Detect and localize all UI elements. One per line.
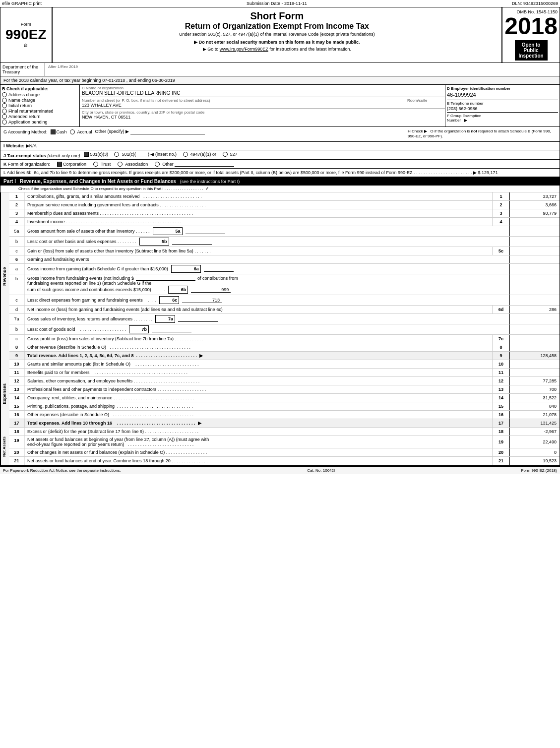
row-12-linenum: 12 xyxy=(493,377,510,385)
row-7b-desc: Less: cost of goods sold . . . . . . . .… xyxy=(24,324,493,334)
open-to-public: Open to Public Inspection xyxy=(515,40,548,61)
row-3-value: 90,779 xyxy=(510,209,560,217)
row-7a-desc: Gross sales of inventory, less returns a… xyxy=(24,314,493,324)
check-address-change[interactable]: Address charge xyxy=(2,92,78,97)
row-5c: c Gain or (loss) from sale of assets oth… xyxy=(9,247,560,255)
501c-label: 501(c)( xyxy=(122,152,136,157)
row-10-num: 10 xyxy=(9,360,24,368)
form-org-row: K Form of organization: Corporation Trus… xyxy=(0,160,560,169)
row-4-num: 4 xyxy=(9,218,24,226)
row-17-desc: Total expenses. Add lines 10 through 16 … xyxy=(24,419,493,427)
subtitle: Under section 501(c), 527, or 4947(a)(1)… xyxy=(58,32,497,37)
row-9-desc: Total revenue. Add lines 1, 2, 3, 4, 5c,… xyxy=(24,352,493,360)
assoc-option[interactable]: Association xyxy=(118,162,148,167)
name-change-label: Name charge xyxy=(8,98,35,103)
trust-circle xyxy=(93,162,98,167)
row-10-value xyxy=(510,360,560,368)
group-ex-label: F Group ExemptionNumber ▶ xyxy=(447,114,558,123)
row-20-num: 20 xyxy=(9,448,24,456)
row-4: 4 Investment income . . . . . . . . . . … xyxy=(9,218,560,226)
row-19-desc: Net assets or fund balances at beginning… xyxy=(24,436,493,448)
row-16-desc: Other expenses (describe in Schedule O) … xyxy=(24,411,493,419)
address-change-circle xyxy=(2,92,7,97)
row-21-value: 19,523 xyxy=(510,457,560,465)
row-4-desc: Investment income . . . . . . . . . . . … xyxy=(24,218,493,226)
efile-label: efile GRAPHIC print xyxy=(2,1,42,6)
row-6b-alpha: b xyxy=(9,274,24,295)
row-6d-value: 286 xyxy=(510,306,560,313)
row-19-linenum: 19 xyxy=(493,436,510,448)
form-org-label: K Form of organization: xyxy=(3,162,50,167)
row-12-value: 77,285 xyxy=(510,377,560,385)
row-7b: b Less: cost of goods sold . . . . . . .… xyxy=(9,324,560,335)
trust-option[interactable]: Trust xyxy=(93,162,111,167)
check-app-pending[interactable]: Application pending xyxy=(2,120,78,125)
notice2: ▶ Go to www.irs.gov/Form990EZ for instru… xyxy=(58,47,497,52)
corp-label: Corporation xyxy=(63,162,86,167)
4947-option[interactable]: 4947(a)(1) or xyxy=(183,152,217,157)
accrual-circle xyxy=(70,129,75,134)
row-12-desc: Salaries, other compensation, and employ… xyxy=(24,377,493,385)
4947-circle xyxy=(183,152,188,157)
check-name-change[interactable]: Name charge xyxy=(2,98,78,103)
row-17: 17 Total expenses. Add lines 10 through … xyxy=(9,419,560,428)
other-org-option[interactable]: Other xyxy=(155,161,234,167)
row-21: 21 Net assets or fund balances at end of… xyxy=(9,457,560,465)
row-14: 14 Occupancy, rent, utilities, and maint… xyxy=(9,394,560,402)
row-16-num: 16 xyxy=(9,411,24,419)
row-3: 3 Membership dues and assessments . . . … xyxy=(9,209,560,218)
check-final-return[interactable]: Final return/terminated xyxy=(2,109,78,114)
row-20-value: 0 xyxy=(510,448,560,456)
row-9-linenum: 9 xyxy=(493,352,510,360)
room-label: Room/suite xyxy=(407,98,443,103)
527-option[interactable]: 527 xyxy=(223,152,238,157)
footer-right: Form 990-EZ (2018) xyxy=(521,468,557,473)
form-label: Form xyxy=(21,22,31,27)
check-initial-return[interactable]: Initial return xyxy=(2,103,78,108)
row-16-linenum: 16 xyxy=(493,411,510,419)
row-13-value: 700 xyxy=(510,385,560,393)
row-6b-desc: Gross income from fundraising events (no… xyxy=(24,274,493,295)
row-8-linenum: 8 xyxy=(493,343,510,351)
row-6-header: 6 Gaming and fundraising events xyxy=(9,255,560,264)
row-8-num: 8 xyxy=(9,343,24,351)
row-15-value: 840 xyxy=(510,402,560,410)
501c3-option[interactable]: 501(c)(3) xyxy=(84,152,108,157)
row-18-num: 18 xyxy=(9,428,24,436)
cash-option[interactable]: Cash xyxy=(51,129,67,134)
check-instruction: Check if the organization used Schedule … xyxy=(0,186,560,192)
assoc-label: Association xyxy=(125,162,148,167)
app-pending-label: Application pending xyxy=(8,120,48,125)
accrual-option[interactable]: Accrual xyxy=(70,129,92,134)
527-label: 527 xyxy=(230,152,238,157)
other-org-circle xyxy=(155,162,160,167)
row-5c-desc: Gain or (loss) from sale of assets other… xyxy=(24,247,493,255)
row-3-linenum: 3 xyxy=(493,209,510,217)
501c-option[interactable]: 501(c)( ) ◀ (insert no.) xyxy=(114,152,177,157)
row-16-value: 21,078 xyxy=(510,411,560,419)
row-9-value: 128,458 xyxy=(510,352,560,360)
501c-paren: ) ◀ (insert no.) xyxy=(148,152,177,157)
row-6c: c Less: direct expenses from gaming and … xyxy=(9,295,560,306)
phone-label: E Telephone number xyxy=(447,101,558,106)
row-12: 12 Salaries, other compensation, and emp… xyxy=(9,377,560,385)
return-title: Return of Organization Exempt From Incom… xyxy=(58,22,497,31)
row-14-linenum: 14 xyxy=(493,394,510,402)
footer-middle: Cat. No. 10642I xyxy=(307,468,335,473)
row-13: 13 Professional fees and other payments … xyxy=(9,385,560,394)
final-return-circle xyxy=(2,109,7,114)
other-label: Other (specify) ▶ xyxy=(95,129,205,134)
row-11-value xyxy=(510,369,560,376)
row-6d: d Net income or (loss) from gaming and f… xyxy=(9,306,560,314)
row-11-desc: Benefits paid to or for members . . . . … xyxy=(24,369,493,376)
row-13-num: 13 xyxy=(9,385,24,393)
row-7b-alpha: b xyxy=(9,324,24,334)
row-15-num: 15 xyxy=(9,402,24,410)
row-4-value xyxy=(510,218,560,226)
ein-label: D Employer identification number xyxy=(447,86,558,91)
row-10-desc: Grants and similar amounts paid (list in… xyxy=(24,360,493,368)
check-if-applicable-label: B Check if applicable: xyxy=(2,86,78,91)
check-amended-return[interactable]: Amended return xyxy=(2,114,78,119)
corp-option[interactable]: Corporation xyxy=(57,162,86,167)
other-org-label: Other xyxy=(162,162,174,167)
